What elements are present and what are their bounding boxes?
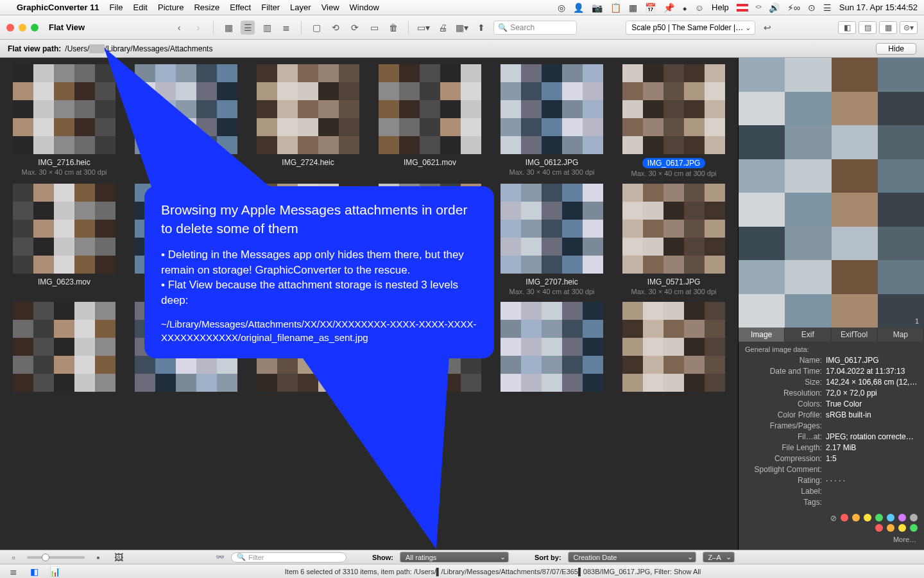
- preset-value: Scale p50 | The Same Folder |…: [631, 23, 743, 32]
- menu-filter[interactable]: Filter: [261, 3, 280, 12]
- control-center-icon[interactable]: ☰: [823, 3, 832, 13]
- tag-colors[interactable]: [739, 524, 924, 534]
- tag-color-dot[interactable]: [875, 524, 883, 532]
- tag-color-dot[interactable]: [898, 524, 906, 532]
- tab-exiftool[interactable]: ExifTool: [832, 328, 878, 342]
- pin-icon[interactable]: 📌: [663, 3, 674, 13]
- calendar-icon[interactable]: 📅: [645, 3, 656, 13]
- camera-icon[interactable]: 📷: [592, 3, 603, 13]
- nav-back-button[interactable]: ‹: [172, 21, 186, 35]
- metadata-row: Date and Time:17.04.2022 at 11:37:13: [745, 367, 918, 376]
- share-button[interactable]: ⬆︎: [474, 21, 488, 35]
- tab-map[interactable]: Map: [878, 328, 924, 342]
- glasses-icon[interactable]: 👓: [216, 553, 225, 561]
- label-color-dot[interactable]: [875, 514, 883, 521]
- tag-button[interactable]: ▢: [309, 21, 323, 35]
- undo-button[interactable]: ↩: [760, 21, 774, 35]
- menu-resize[interactable]: Resize: [194, 3, 219, 12]
- view-list-button[interactable]: ☰: [241, 21, 255, 35]
- thumbnail-item[interactable]: IMG_0571.JPGMax. 30 × 40 cm at 300 dpi: [615, 184, 733, 295]
- menu-file[interactable]: File: [110, 3, 123, 12]
- power-icon[interactable]: ⚡︎∞: [787, 3, 800, 13]
- callout-tail: [302, 356, 468, 556]
- tag-color-dot[interactable]: [910, 524, 918, 532]
- wifi-icon[interactable]: ⌔: [756, 3, 761, 13]
- zoom-out-button[interactable]: ▫: [6, 550, 21, 565]
- play-icon[interactable]: ⊙: [808, 3, 816, 13]
- user-icon[interactable]: 👤: [573, 3, 584, 13]
- hide-pathbar-button[interactable]: Hide: [876, 43, 916, 55]
- slideshow-button[interactable]: ▭: [367, 21, 381, 35]
- sort-select[interactable]: Creation Date: [568, 552, 696, 563]
- more-button[interactable]: More…: [739, 534, 924, 547]
- thumbnail-size-slider[interactable]: [27, 556, 85, 559]
- toggle-preview-button[interactable]: ▤: [859, 21, 877, 34]
- menu-layer[interactable]: Layer: [290, 3, 311, 12]
- thumbnail-item[interactable]: IMG_0617.JPGMax. 30 × 40 cm at 300 dpi: [615, 64, 733, 177]
- flag-icon[interactable]: [737, 4, 748, 12]
- search-placeholder: Search: [510, 23, 535, 32]
- status-histogram-icon[interactable]: 📊: [47, 565, 62, 579]
- thumbnail-item[interactable]: [615, 302, 733, 396]
- metadata-value: 2.17 MiB: [826, 443, 918, 452]
- label-color-dot[interactable]: [864, 514, 871, 521]
- window-mode-button[interactable]: ▭▾: [416, 21, 431, 35]
- print-button[interactable]: 🖨: [436, 21, 450, 35]
- minimize-window-button[interactable]: [19, 24, 26, 31]
- zoom-window-button[interactable]: [31, 24, 38, 31]
- label-color-dot[interactable]: [852, 514, 860, 521]
- metadata-header: General image data:: [745, 346, 918, 353]
- grid-mode-button[interactable]: ▦▾: [455, 21, 469, 35]
- label-colors[interactable]: ⊘: [739, 511, 924, 524]
- app-name-menu[interactable]: GraphicConverter 11: [17, 3, 99, 12]
- tab-image[interactable]: Image: [739, 328, 785, 342]
- status-icon[interactable]: ◎: [558, 3, 565, 13]
- menu-view[interactable]: View: [321, 3, 339, 12]
- zoom-in-button[interactable]: ▪: [91, 550, 105, 565]
- metadata-value: [826, 498, 918, 507]
- thumbnail-mode-icon[interactable]: 🖼: [112, 550, 126, 565]
- status-panel-icon[interactable]: ◧: [27, 565, 41, 579]
- preview-image[interactable]: 1: [739, 58, 924, 328]
- bolt-icon[interactable]: ⬥: [682, 3, 687, 13]
- package-icon[interactable]: ▦: [629, 3, 637, 13]
- menu-edit[interactable]: Edit: [133, 3, 148, 12]
- menu-help[interactable]: Help: [712, 3, 729, 12]
- label-color-dot[interactable]: [841, 514, 848, 521]
- metadata-row: Label:: [745, 487, 918, 496]
- menu-effect[interactable]: Effect: [230, 3, 251, 12]
- sort-order-select[interactable]: Z–A: [703, 552, 735, 563]
- tab-exif[interactable]: Exif: [785, 328, 831, 342]
- nav-forward-button[interactable]: ›: [191, 21, 205, 35]
- metadata-value: · · · · ·: [826, 476, 918, 485]
- clipboard-icon[interactable]: 📋: [610, 3, 621, 13]
- toggle-sidebar-button[interactable]: ◧: [838, 21, 856, 34]
- trash-button[interactable]: 🗑: [386, 21, 400, 35]
- label-none-icon[interactable]: ⊘: [830, 514, 837, 521]
- inspector-metadata: General image data: Name:IMG_0617.JPGDat…: [739, 342, 924, 511]
- label-color-dot[interactable]: [910, 514, 918, 521]
- rotate-left-button[interactable]: ⟲: [329, 21, 343, 35]
- view-icons-button[interactable]: ▦: [221, 21, 235, 35]
- label-color-dot[interactable]: [898, 514, 906, 521]
- view-columns-button[interactable]: ▥: [260, 21, 274, 35]
- view-gallery-button[interactable]: ≣: [279, 21, 293, 35]
- metadata-key: Spotlight Comment:: [745, 465, 822, 474]
- preset-select[interactable]: Scale p50 | The Same Folder |…: [626, 21, 755, 35]
- tag-color-dot[interactable]: [887, 524, 894, 532]
- status-list-icon[interactable]: ≣: [6, 565, 21, 579]
- menu-window[interactable]: Window: [350, 3, 379, 12]
- close-window-button[interactable]: [6, 24, 14, 31]
- metadata-row: Fil…at:JPEG; rotation corrected (Exif va…: [745, 432, 918, 441]
- settings-button[interactable]: ⊝▾: [900, 21, 918, 34]
- rotate-right-button[interactable]: ⟳: [348, 21, 362, 35]
- toggle-inspector-button[interactable]: ▦: [879, 21, 897, 34]
- menu-picture[interactable]: Picture: [158, 3, 184, 12]
- clock[interactable]: Sun 17. Apr 15:44:52: [839, 3, 918, 12]
- volume-icon[interactable]: 🔊: [769, 3, 780, 13]
- sync-icon[interactable]: ☺: [695, 3, 704, 13]
- preview-page-indicator: 1: [915, 317, 919, 325]
- label-color-dot[interactable]: [887, 514, 894, 521]
- status-bar: ≣ ◧ 📊 Item 6 selected of 3310 items, ite…: [0, 564, 924, 578]
- search-input[interactable]: 🔍 Search: [493, 21, 577, 35]
